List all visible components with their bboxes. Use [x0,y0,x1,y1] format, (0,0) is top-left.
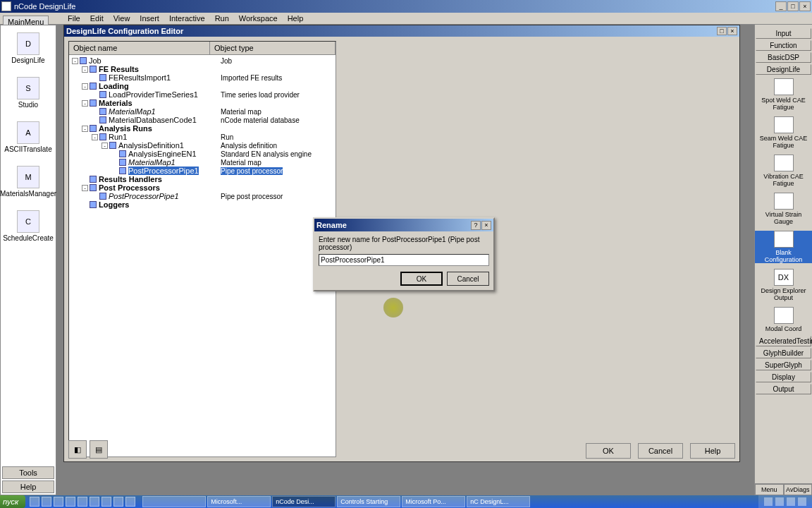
palette-footer-header[interactable]: AcceleratedTesting [756,336,811,346]
systray-icon[interactable] [798,497,806,506]
expander-icon[interactable]: - [82,126,88,132]
palette-item[interactable]: Spot Weld CAE Fatigue [755,78,812,111]
quicklaunch-icon[interactable] [78,497,87,507]
tree-node[interactable]: AnalysisEngineEN1Standard EN analysis en… [69,150,336,158]
tool-asciitranslate[interactable]: AASCIITranslate [4,121,51,153]
palette-footer-header[interactable]: Display [756,372,811,382]
tree-node[interactable]: -FE Results [69,65,336,73]
config-close-button[interactable]: × [727,27,737,35]
col-object-type[interactable]: Object type [210,42,336,54]
menu-item-edit[interactable]: Edit [86,13,108,23]
expander-icon[interactable]: - [82,100,88,107]
tool-materialsmanager[interactable]: MMaterialsManager [0,166,56,198]
rename-titlebar[interactable]: Rename ? × [314,219,493,231]
palette-header[interactable]: BasicDSP [756,52,811,63]
rename-help-button[interactable]: ? [471,221,481,230]
tree-node[interactable]: -JobJob [69,56,336,65]
palette-tab-menu[interactable]: Menu [755,484,784,495]
quicklaunch-icon[interactable] [54,497,63,507]
tree-node[interactable]: -Run1Run [69,133,336,141]
start-button[interactable]: пуск [0,495,25,508]
menu-item-help[interactable]: Help [283,13,308,23]
tree-node[interactable]: -Analysis Runs [69,124,336,133]
palette-item[interactable]: DXDesign Explorer Output [755,269,812,301]
expander-icon[interactable]: - [82,66,88,73]
menu-item-workspace[interactable]: Workspace [235,13,282,23]
tree-node[interactable]: Loggers [69,200,336,209]
tree-node[interactable]: MaterialMap1Material map [69,107,336,116]
systray-icon[interactable] [764,497,773,506]
taskbar-task[interactable] [142,496,206,507]
expander-icon[interactable]: - [102,143,108,149]
menu-item-run[interactable]: Run [211,13,233,23]
rename-cancel-button[interactable]: Cancel [447,272,489,286]
maximize-button[interactable]: □ [787,1,799,11]
systray-icon[interactable] [787,497,795,506]
tree-nav-button-2[interactable]: ▤ [90,440,108,459]
palette-header[interactable]: Input [756,28,811,39]
systray-icon[interactable] [775,497,784,506]
rename-close-button[interactable]: × [481,221,491,230]
menu-item-file[interactable]: File [63,13,85,23]
palette-footer-header[interactable]: SuperGlyph [756,360,811,370]
taskbar-task[interactable]: Microsoft... [207,496,271,507]
palette-footer-header[interactable]: Output [756,384,811,394]
tree-node[interactable]: LoadProviderTimeSeries1Time series load … [69,90,336,99]
quicklaunch-icon[interactable] [113,497,123,507]
taskbar-task[interactable]: Microsoft Po... [402,496,465,507]
tree-nav-button-1[interactable]: ◧ [68,440,87,459]
palette-item[interactable]: Modal Coord [755,307,812,332]
menu-item-insert[interactable]: Insert [135,13,164,23]
rename-input[interactable] [319,254,489,266]
config-help-button[interactable]: Help [690,443,735,459]
palette-item[interactable]: Virtual Strain Gauge [755,193,812,225]
systray[interactable] [758,495,812,508]
taskbar-task[interactable]: Controls Starting [337,496,400,507]
expander-icon[interactable]: - [82,185,88,191]
config-maximize-button[interactable]: □ [717,27,727,35]
menu-item-view[interactable]: View [109,13,135,23]
quicklaunch-icon[interactable] [66,497,75,507]
col-object-name[interactable]: Object name [69,42,210,54]
tool-designlife[interactable]: DDesignLife [11,32,44,64]
taskbar-task[interactable]: nCode Desi... [272,496,336,507]
palette-item[interactable]: Seam Weld CAE Fatigue [755,116,812,149]
tree-node[interactable]: -AnalysisDefinition1Analysis definition [69,141,336,150]
expander-icon[interactable]: - [72,58,78,64]
tree-node[interactable]: Results Handlers [69,175,336,183]
palette-item[interactable]: Vibration CAE Fatigue [755,155,812,187]
expander-icon[interactable]: - [92,134,98,140]
quicklaunch-icon[interactable] [30,497,39,507]
menu-item-interactive[interactable]: Interactive [165,13,209,23]
quicklaunch-icon[interactable] [90,497,99,507]
palette-footer-header[interactable]: GlyphBuilder [756,348,811,358]
tree-node[interactable]: PostProcessorPipe1Pipe post processor [69,192,336,200]
tree-node[interactable]: FEResultsImport1Imported FE results [69,73,336,82]
tool-schedulecreate[interactable]: CScheduleCreate [3,210,54,242]
tree-node[interactable]: MaterialDatabasenCode1nCode material dat… [69,116,336,124]
tool-studio[interactable]: SStudio [17,77,39,109]
tree-node[interactable]: -Post Processors [69,183,336,192]
palette-item[interactable]: Blank Configuration [755,231,812,263]
quicklaunch-icon[interactable] [42,497,51,507]
tools-button[interactable]: Tools [2,466,54,479]
quicklaunch-icon[interactable] [125,497,135,507]
palette-tab-avdiags[interactable]: AvDiags [784,484,813,495]
object-tree[interactable]: Object name Object type -JobJob-FE Resul… [68,41,336,457]
tree-node[interactable]: -Materials [69,99,336,107]
palette-header[interactable]: DesignLife [756,64,811,75]
close-button[interactable]: × [799,1,811,11]
expander-icon[interactable]: - [82,83,88,90]
quicklaunch-icon[interactable] [102,497,111,507]
config-cancel-button[interactable]: Cancel [638,443,683,459]
config-ok-button[interactable]: OK [586,443,631,459]
palette-header[interactable]: Function [756,40,811,51]
rename-ok-button[interactable]: OK [400,272,443,286]
minimize-button[interactable]: _ [775,1,787,11]
taskbar-task[interactable]: nC DesignL... [467,496,530,507]
tree-node[interactable]: -Loading [69,82,336,90]
tree-node[interactable]: MaterialMap1Material map [69,158,336,167]
tree-node[interactable]: PostProcessorPipe1Pipe post processor [69,167,336,175]
app-titlebar: nCode DesignLife _ □ × [0,0,812,13]
help-button[interactable]: Help [2,480,54,493]
